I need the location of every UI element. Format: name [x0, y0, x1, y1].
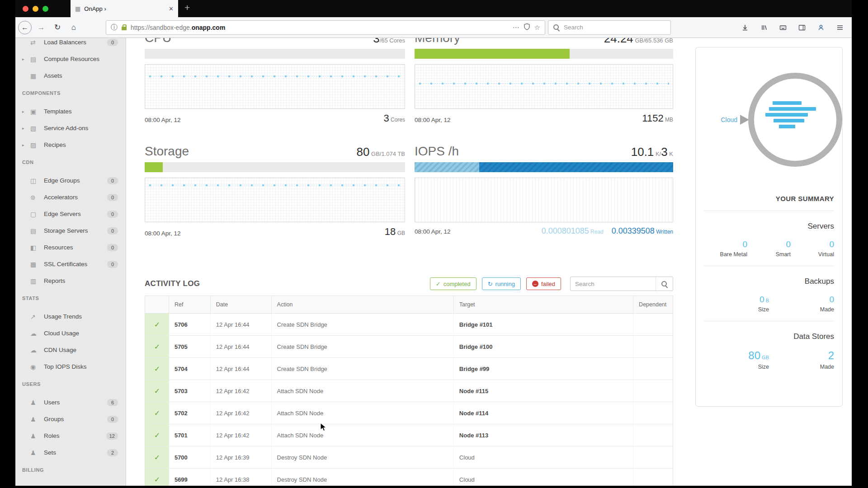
table-row[interactable]: ✓569912 Apr 16:38Destroy SDN NodeCloud — [145, 469, 673, 486]
activity-filters: ✓completed↻running–failed — [430, 277, 561, 290]
sidebar-item-resources[interactable]: ◧Resources0 — [15, 239, 126, 256]
refresh-button[interactable]: ↻ — [51, 21, 64, 34]
table-row[interactable]: ✓570412 Apr 16:44Create SDN BridgeBridge… — [145, 358, 673, 380]
expand-arrow-icon[interactable]: ▸ — [22, 126, 30, 131]
column-header-action: Action — [272, 296, 454, 313]
cell-action: Attach SDN Node — [272, 424, 454, 446]
page-actions-icon[interactable]: ⋯ — [513, 23, 519, 32]
summary-divider — [704, 266, 834, 266]
home-button[interactable]: ⌂ — [67, 21, 80, 34]
bookmark-star-icon[interactable]: ☆ — [534, 23, 540, 32]
sidebar-section-header-users: USERS — [15, 375, 126, 392]
activity-search-button[interactable] — [656, 277, 673, 291]
activity-search-input[interactable] — [571, 281, 656, 287]
sidebar-item-cloud-usage[interactable]: ☁Cloud Usage — [15, 325, 126, 342]
cell-target: Cloud — [454, 469, 633, 486]
sidebar-item-users[interactable]: ♟Users6 — [15, 394, 126, 411]
chart-value-part: GB — [396, 230, 405, 236]
cell-date: 12 Apr 16:44 — [211, 358, 272, 380]
sidebar-item-load-balancers[interactable]: ⇄Load Balancers0 — [15, 38, 126, 51]
sidebar-item-top-iops-disks[interactable]: ◉Top IOPS Disks — [15, 358, 126, 375]
sidebar-item-item[interactable]: ▤ — [15, 480, 126, 486]
sidebar-item-label: SSL Certificates — [44, 261, 107, 267]
usage-bar-fill — [145, 162, 163, 172]
summary-label: Smart — [747, 251, 791, 258]
tracking-protection-shield-icon[interactable] — [524, 23, 530, 32]
expand-arrow-icon[interactable]: ▸ — [22, 109, 30, 114]
count-badge: 0 — [107, 227, 118, 235]
sidebar-item-sets[interactable]: ♟Sets2 — [15, 444, 126, 461]
chart-value-label: Written — [655, 229, 673, 235]
sidebar-item-cdn-usage[interactable]: ☁CDN Usage — [15, 342, 126, 358]
lock-icon[interactable] — [122, 27, 127, 30]
sidebar-item-edge-servers[interactable]: ▢Edge Servers0 — [15, 206, 126, 222]
filter-failed-button[interactable]: –failed — [526, 277, 561, 290]
stat-card-memory: Memory24.24 GB/65.536 GB08:00 Apr, 12115… — [415, 38, 673, 123]
sidebar-item-groups[interactable]: ♟Groups0 — [15, 411, 126, 427]
table-row[interactable]: ✓570512 Apr 16:44Create SDN BridgeBridge… — [145, 336, 673, 358]
sidebar-item-edge-groups[interactable]: ◫Edge Groups0 — [15, 172, 126, 189]
count-badge: 0 — [107, 244, 118, 251]
chart-line — [149, 185, 401, 185]
status-check-icon: ✓ — [145, 402, 169, 424]
count-badge: 0 — [107, 211, 118, 218]
summary-panel: Cloud YOUR SUMMARY Servers0Bare Metal0Sm… — [695, 47, 843, 407]
sidebar-item-ssl-certificates[interactable]: ▩SSL Certificates0 — [15, 256, 126, 272]
usage-bar-iops — [415, 162, 673, 172]
sidebar-item-reports[interactable]: ▥Reports — [15, 272, 126, 289]
table-row[interactable]: ✓570612 Apr 16:44Create SDN BridgeBridge… — [145, 314, 673, 336]
browser-tab[interactable]: ▦ OnApp › ✕ — [71, 0, 178, 17]
sidebar-item-accelerators[interactable]: ⊚Accelerators0 — [15, 189, 126, 206]
site-info-icon[interactable]: ⓘ — [111, 23, 118, 32]
new-tab-button[interactable]: + — [184, 2, 190, 13]
sidebar-item-compute-resources[interactable]: ▸▤Compute Resources — [15, 51, 126, 67]
sidebar-section-header-components: COMPONENTS — [15, 84, 126, 101]
table-row[interactable]: ✓570212 Apr 16:42Attach SDN NodeNode #11… — [145, 402, 673, 424]
library-icon[interactable] — [758, 21, 770, 34]
close-window-button[interactable] — [23, 6, 28, 12]
close-tab-icon[interactable]: ✕ — [169, 5, 174, 12]
sidebar-item-service-add-ons[interactable]: ▸▧Service Add-ons — [15, 120, 126, 136]
sidebar-item-label: Usage Trends — [44, 313, 118, 320]
minimize-window-button[interactable] — [33, 6, 38, 12]
cell-dependent — [633, 402, 673, 424]
expand-arrow-icon[interactable]: ▸ — [22, 143, 30, 147]
filter-completed-button[interactable]: ✓completed — [430, 277, 476, 290]
table-row[interactable]: ✓570112 Apr 16:42Attach SDN NodeNode #11… — [145, 424, 673, 446]
sidebar-item-label: Roles — [44, 432, 106, 439]
summary-row: 80 GBSize2Made — [704, 350, 834, 370]
url-bar[interactable]: ⓘ https://sandbox-edge.onapp.com ⋯ ☆ — [106, 20, 545, 35]
activity-search[interactable] — [570, 277, 673, 291]
forward-button[interactable]: → — [34, 21, 48, 34]
back-button[interactable]: ← — [18, 21, 32, 34]
status-check-icon: ✓ — [145, 314, 169, 335]
menu-icon[interactable] — [834, 21, 846, 34]
sidebar-item-recipes[interactable]: ▸▨Recipes — [15, 136, 126, 153]
sidebar-item-roles[interactable]: ♟Roles12 — [15, 427, 126, 444]
browser-search-input[interactable] — [564, 24, 666, 31]
table-row[interactable]: ✓570012 Apr 16:39Destroy SDN NodeCloud — [145, 446, 673, 469]
column-header-dependent: Dependent — [633, 296, 673, 313]
account-icon[interactable] — [815, 21, 827, 34]
sidebar-item-templates[interactable]: ▸▣Templates — [15, 103, 126, 120]
stat-head-storage: Storage80 GB/1.074 TB — [145, 141, 405, 159]
cell-date: 12 Apr 16:42 — [211, 380, 272, 402]
keyboard-icon[interactable] — [777, 21, 789, 34]
sidebar-item-storage-servers[interactable]: ▤Storage Servers0 — [15, 222, 126, 239]
sidebar-item-assets[interactable]: ▦Assets — [15, 67, 126, 84]
stat-card-cpu: CPU3/65 Cores08:00 Apr, 123 Cores — [145, 38, 405, 123]
url-text[interactable]: https://sandbox-edge.onapp.com — [131, 24, 509, 31]
chart-time-label: 08:00 Apr, 12 — [145, 230, 181, 237]
sidebars-icon[interactable] — [796, 21, 808, 34]
browser-search[interactable] — [548, 20, 671, 35]
expand-arrow-icon[interactable]: ▸ — [22, 57, 30, 61]
cell-target: Bridge #99 — [454, 358, 633, 380]
filter-running-button[interactable]: ↻running — [482, 277, 521, 290]
check-icon: ✓ — [436, 281, 441, 287]
chart-value-part: Cores — [389, 117, 405, 123]
filter-label: running — [495, 281, 515, 287]
sidebar-item-usage-trends[interactable]: ↗Usage Trends — [15, 308, 126, 325]
download-icon[interactable] — [739, 21, 751, 34]
table-row[interactable]: ✓570312 Apr 16:42Attach SDN NodeNode #11… — [145, 380, 673, 402]
zoom-window-button[interactable] — [42, 6, 48, 12]
